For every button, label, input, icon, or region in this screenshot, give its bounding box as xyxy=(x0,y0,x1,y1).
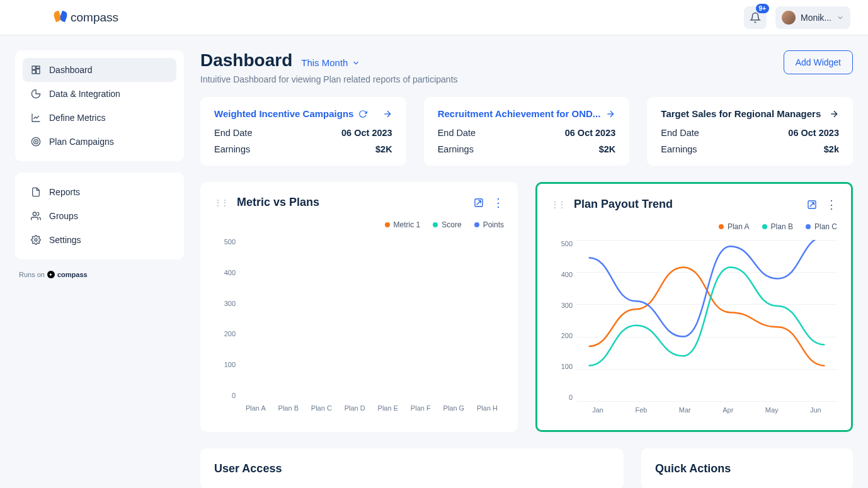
more-menu-icon[interactable]: ⋮ xyxy=(826,199,837,210)
compass-icon xyxy=(54,11,67,24)
y-tick: 0 xyxy=(232,392,236,399)
arrow-right-icon[interactable] xyxy=(829,109,839,119)
expand-icon[interactable] xyxy=(807,200,817,210)
metrics-icon xyxy=(30,112,42,123)
line-series xyxy=(589,268,825,366)
data-icon xyxy=(30,88,42,99)
stat-label: Earnings xyxy=(214,144,250,154)
target-icon xyxy=(30,136,42,147)
chevron-down-icon xyxy=(837,14,844,21)
stat-value: 06 Oct 2023 xyxy=(788,128,839,138)
legend-item: Metric 1 xyxy=(385,220,421,229)
x-tick: Plan F xyxy=(411,404,431,414)
main-content: Dashboard This Month Intuitive Dashboard… xyxy=(200,50,853,488)
stat-card[interactable]: Weighted Incentive Campaigns End Date06 … xyxy=(200,97,406,166)
drag-handle-icon[interactable]: ⋮⋮ xyxy=(214,198,228,207)
sidebar: DashboardData & IntegrationDefine Metric… xyxy=(15,50,184,278)
stat-value: 06 Oct 2023 xyxy=(565,128,616,138)
nav-group-primary: DashboardData & IntegrationDefine Metric… xyxy=(15,50,184,161)
y-tick: 100 xyxy=(224,361,236,368)
user-access-card: User Access xyxy=(200,448,624,488)
y-tick: 200 xyxy=(561,332,573,339)
sidebar-item-label: Dashboard xyxy=(49,65,93,75)
user-name: Monik... xyxy=(801,13,831,23)
sidebar-item-label: Groups xyxy=(49,211,78,221)
sidebar-item-label: Define Metrics xyxy=(49,113,105,123)
sidebar-item-dashboard[interactable]: Dashboard xyxy=(23,58,176,82)
stat-card[interactable]: Target Sales for Regional Managers End D… xyxy=(647,97,853,166)
stat-label: End Date xyxy=(438,128,476,138)
chart-plan-payout-trend: ⋮⋮ Plan Payout Trend ⋮ Plan APlan BPlan … xyxy=(535,182,853,432)
stat-label: End Date xyxy=(661,128,699,138)
sidebar-item-label: Data & Integration xyxy=(49,89,120,99)
brand-name: compass xyxy=(71,11,118,25)
drag-handle-icon[interactable]: ⋮⋮ xyxy=(551,200,565,209)
y-tick: 500 xyxy=(561,240,573,247)
sidebar-item-settings[interactable]: Settings xyxy=(23,228,176,252)
user-menu[interactable]: Monik... xyxy=(775,6,850,29)
y-tick: 0 xyxy=(569,394,573,401)
arrow-right-icon[interactable] xyxy=(605,109,615,119)
chevron-down-icon xyxy=(351,59,360,67)
more-menu-icon[interactable]: ⋮ xyxy=(493,197,504,208)
stat-label: Earnings xyxy=(438,144,474,154)
stat-label: Earnings xyxy=(661,144,697,154)
add-widget-button[interactable]: Add Widget xyxy=(784,50,853,74)
sidebar-item-plan-campaigns[interactable]: Plan Campaigns xyxy=(23,130,176,154)
sidebar-item-label: Settings xyxy=(49,235,81,245)
refresh-icon xyxy=(358,110,367,118)
x-tick: Mar xyxy=(679,406,691,416)
notification-badge: 9+ xyxy=(756,4,769,13)
chart-metric-vs-plans: ⋮⋮ Metric vs Plans ⋮ Metric 1ScorePoints… xyxy=(200,182,518,432)
legend-item: Plan A xyxy=(719,222,750,231)
x-tick: Jun xyxy=(810,406,821,416)
x-tick: Plan A xyxy=(246,404,266,414)
x-tick: Plan G xyxy=(443,404,465,414)
legend-item: Points xyxy=(474,220,504,229)
chart-title: Metric vs Plans xyxy=(237,196,319,209)
expand-icon[interactable] xyxy=(474,198,484,208)
x-tick: Plan C xyxy=(311,404,332,414)
legend-item: Plan B xyxy=(762,222,793,231)
quick-actions-card: Quick Actions xyxy=(641,448,853,488)
card-title: User Access xyxy=(214,462,282,475)
stat-title: Target Sales for Regional Managers xyxy=(661,108,821,119)
page-subtitle: Intuitive Dashboard for viewing Plan rel… xyxy=(200,74,458,84)
x-tick: Plan H xyxy=(477,404,498,414)
y-tick: 300 xyxy=(561,302,573,309)
topbar: compass 9+ Monik... xyxy=(0,0,868,35)
sidebar-item-label: Plan Campaigns xyxy=(49,137,114,147)
arrow-right-icon[interactable] xyxy=(382,109,392,119)
sidebar-item-define-metrics[interactable]: Define Metrics xyxy=(23,106,176,130)
settings-icon xyxy=(30,234,42,246)
chart-legend: Plan APlan BPlan C xyxy=(551,222,837,231)
chart-title: Plan Payout Trend xyxy=(574,198,673,211)
legend-item: Score xyxy=(433,220,461,229)
card-title: Quick Actions xyxy=(655,462,731,475)
y-tick: 400 xyxy=(224,269,236,276)
stat-value: $2k xyxy=(824,144,839,154)
notifications-button[interactable]: 9+ xyxy=(744,6,767,29)
x-tick: Jan xyxy=(592,406,603,416)
y-tick: 100 xyxy=(561,363,573,370)
brand-logo[interactable]: compass xyxy=(18,11,118,25)
y-tick: 400 xyxy=(561,271,573,278)
x-tick: Apr xyxy=(722,406,733,416)
stat-card[interactable]: Recruitment Achievement for OND... End D… xyxy=(424,97,630,166)
sidebar-item-reports[interactable]: Reports xyxy=(23,180,176,204)
y-tick: 200 xyxy=(224,330,236,338)
x-tick: Plan D xyxy=(345,404,365,414)
nav-group-secondary: ReportsGroupsSettings xyxy=(15,173,184,259)
stat-title: Weighted Incentive Campaigns xyxy=(214,108,367,119)
sidebar-item-groups[interactable]: Groups xyxy=(23,204,176,228)
legend-item: Plan C xyxy=(806,222,837,231)
sidebar-item-data-integration[interactable]: Data & Integration xyxy=(23,82,176,106)
period-selector[interactable]: This Month xyxy=(301,57,360,68)
footer-brand: Runs on ✦ compass xyxy=(15,271,184,278)
x-tick: Plan E xyxy=(378,404,398,414)
dashboard-icon xyxy=(30,64,42,76)
reports-icon xyxy=(30,186,42,198)
x-tick: Plan B xyxy=(278,404,299,414)
y-tick: 300 xyxy=(224,300,236,307)
bell-icon xyxy=(750,12,761,23)
